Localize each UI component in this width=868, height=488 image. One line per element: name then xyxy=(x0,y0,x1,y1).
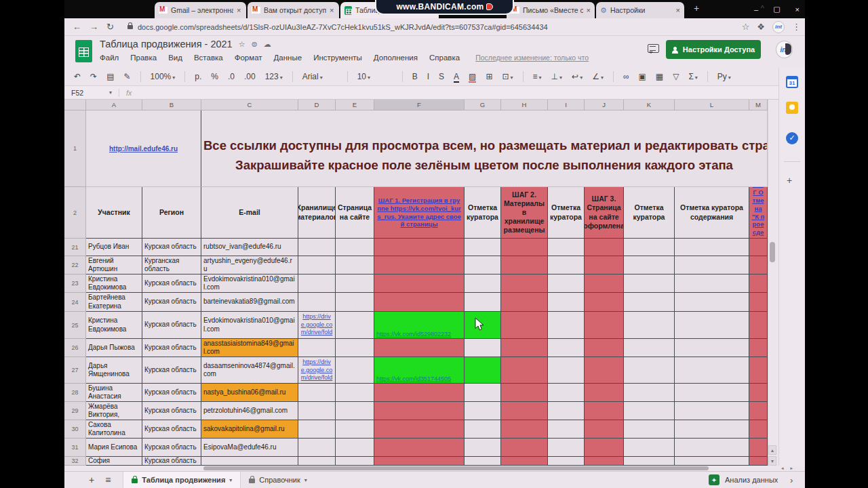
cell-D26[interactable] xyxy=(298,339,336,357)
window-close-button[interactable]: × xyxy=(795,5,800,14)
tab-close-icon[interactable]: × xyxy=(587,6,591,14)
cell-M28[interactable] xyxy=(749,384,768,402)
cell-L28[interactable] xyxy=(675,384,749,402)
cell-L25[interactable] xyxy=(675,312,749,339)
cell-J27[interactable] xyxy=(585,357,624,384)
cell-L30[interactable] xyxy=(675,420,749,439)
vk-link[interactable]: https://vk.com/id529802232 xyxy=(376,331,451,338)
browser-tab-5[interactable]: ⚙Настройки× xyxy=(596,2,684,18)
cell-A1[interactable]: http://mail.edufe46.ru xyxy=(86,110,201,187)
name-box[interactable]: F52 xyxy=(64,89,109,97)
cell-A25[interactable]: Кристина Евдокимова xyxy=(86,312,142,339)
reload-button[interactable]: ↻ xyxy=(106,22,114,32)
vertical-scrollbar[interactable]: ▲ ▼ xyxy=(768,100,776,466)
cell-J24[interactable] xyxy=(585,293,624,312)
cell-J31[interactable] xyxy=(585,439,624,457)
cell-H31[interactable] xyxy=(501,439,548,457)
vk-link[interactable]: https://vk.com/id351744505 xyxy=(376,375,451,382)
cell-D25[interactable]: https://drive.google.com/drive/fold xyxy=(298,312,336,339)
cell-E30[interactable] xyxy=(336,420,374,439)
cell-I25[interactable] xyxy=(548,312,585,339)
cell-D21[interactable] xyxy=(298,239,336,256)
cell-H29[interactable] xyxy=(501,402,548,420)
cell-B32[interactable]: Курская область xyxy=(142,457,201,466)
cell-G26[interactable] xyxy=(465,339,501,357)
cell-D30[interactable] xyxy=(298,420,336,439)
cell-J30[interactable] xyxy=(585,420,624,439)
cell-E32[interactable] xyxy=(336,457,374,466)
header-cell-K2[interactable]: Отметка куратора xyxy=(624,187,675,239)
cell-A24[interactable]: Бартейнева Екатерина xyxy=(86,293,142,312)
cell-L21[interactable] xyxy=(675,239,749,256)
header-cell-A2[interactable]: Участник xyxy=(86,187,142,239)
extensions-icon[interactable]: ❖ xyxy=(757,22,765,32)
toolbar-zoom[interactable]: 100%▾ xyxy=(151,72,176,81)
cell-B22[interactable]: Курганская область xyxy=(142,256,201,274)
row-header-25[interactable]: 25 xyxy=(64,312,86,339)
menu-данные[interactable]: Данные xyxy=(274,54,302,62)
cell-E23[interactable] xyxy=(336,274,374,293)
col-header-L[interactable]: L xyxy=(675,100,749,110)
cell-C31[interactable]: EsipovaMa@edufe46.ru xyxy=(201,439,298,457)
step-header-link[interactable]: ШАГ 1. Регистрация в группе https://vk.c… xyxy=(376,197,462,229)
menu-правка[interactable]: Правка xyxy=(130,54,157,62)
cell-A28[interactable]: Бушина Анастасия xyxy=(86,384,142,402)
window-maximize-button[interactable]: ▢ xyxy=(773,5,780,14)
cell-F32[interactable] xyxy=(374,457,465,466)
step-header-link[interactable]: ШАГ Отме на "К прое сдел xyxy=(751,187,765,239)
cell-M31[interactable] xyxy=(749,439,768,457)
cell-C26[interactable]: anasstasiaistomina849@gmail.com xyxy=(201,339,298,357)
window-minimize-button[interactable]: – xyxy=(754,5,758,14)
toolbar-input-tools-icon[interactable]: Ру▾ xyxy=(717,72,731,81)
col-header-E[interactable]: E xyxy=(336,100,374,110)
row-header-28[interactable]: 28 xyxy=(64,384,86,402)
horizontal-scrollbar-thumb[interactable] xyxy=(203,466,709,470)
cell-K29[interactable] xyxy=(624,402,675,420)
cell-F25[interactable]: https://vk.com/id529802232 xyxy=(374,312,465,339)
drive-link[interactable]: https://drive.google.com/drive/fold xyxy=(301,359,333,381)
document-title[interactable]: Таблица продвижения - 2021 xyxy=(100,39,233,49)
cell-I23[interactable] xyxy=(548,274,585,293)
tab-close-icon[interactable]: × xyxy=(676,6,680,14)
toolbar-text-rotation-icon[interactable]: ∠▾ xyxy=(592,72,604,81)
corner-cell[interactable] xyxy=(64,100,86,110)
cell-K23[interactable] xyxy=(624,274,675,293)
cell-E24[interactable] xyxy=(336,293,374,312)
toolbar-font[interactable]: Arial▾ xyxy=(302,72,338,81)
cell-B28[interactable]: Курская область xyxy=(142,384,201,402)
bookmark-star-icon[interactable]: ☆ xyxy=(742,22,750,32)
cell-D32[interactable] xyxy=(298,457,336,466)
header-cell-E2[interactable]: Страница на сайте xyxy=(336,187,374,239)
cell-G30[interactable] xyxy=(465,420,501,439)
cell-L22[interactable] xyxy=(675,256,749,274)
toolbar-more-formats[interactable]: 123▾ xyxy=(265,72,283,81)
header-cell-M2[interactable]: ШАГ Отме на "К прое сдел xyxy=(749,187,768,239)
scroll-up-button[interactable]: ▲ xyxy=(768,445,776,455)
row-header-22[interactable]: 22 xyxy=(64,256,86,274)
cell-E21[interactable] xyxy=(336,239,374,256)
cell-D31[interactable] xyxy=(298,439,336,457)
cell-H25[interactable] xyxy=(501,312,548,339)
toolbar-insert-link-icon[interactable]: ∞ xyxy=(623,72,629,81)
menu-дополнения[interactable]: Дополнения xyxy=(374,54,418,62)
horizontal-scrollbar[interactable]: ◂ ▸ xyxy=(64,466,805,471)
cell-F29[interactable] xyxy=(374,402,465,420)
cell-M26[interactable] xyxy=(749,339,768,357)
toolbar-font-size-icon[interactable]: 10▾ xyxy=(357,72,393,81)
cell-K27[interactable] xyxy=(624,357,675,384)
cell-E25[interactable] xyxy=(336,312,374,339)
cell-L29[interactable] xyxy=(675,402,749,420)
cell-C21[interactable]: rubtsov_ivan@edufe46.ru xyxy=(201,239,298,256)
col-header-I[interactable]: I xyxy=(548,100,585,110)
cell-K21[interactable] xyxy=(624,239,675,256)
cell-H27[interactable] xyxy=(501,357,548,384)
cell-F23[interactable] xyxy=(374,274,465,293)
cell-A22[interactable]: Евгений Артюшин xyxy=(86,256,142,274)
row-header-30[interactable]: 30 xyxy=(64,420,86,439)
cell-I27[interactable] xyxy=(548,357,585,384)
cell-I26[interactable] xyxy=(548,339,585,357)
cell-A30[interactable]: Сакова Капитолина xyxy=(86,420,142,439)
cell-C23[interactable]: Evdokimovakristina010@gmail.com xyxy=(201,274,298,293)
cell-G23[interactable] xyxy=(465,274,501,293)
toolbar-horizontal-align-icon[interactable]: ≡▾ xyxy=(533,72,542,81)
